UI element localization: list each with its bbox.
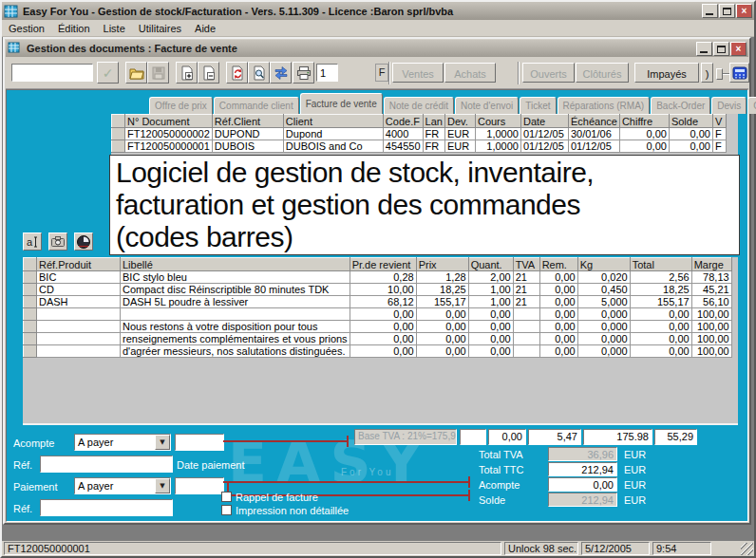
print-button[interactable]	[293, 62, 314, 84]
preview-document-button[interactable]	[248, 62, 270, 84]
chevron-down-icon[interactable]: ▼	[155, 435, 170, 450]
save-button[interactable]	[147, 62, 169, 84]
mdi-area: Gestion des documents : Facture de vente…	[2, 37, 754, 541]
filter-ouverts-button[interactable]: Ouverts	[522, 63, 575, 83]
product-row[interactable]: renseignements complémentaires et vous p…	[24, 333, 732, 345]
child-titlebar[interactable]: Gestion des documents : Facture de vente…	[6, 40, 748, 57]
column-header[interactable]: Prix	[416, 258, 468, 271]
document-row[interactable]: FT120050000002 DUPOND Dupond 4000 FR EUR…	[112, 128, 727, 140]
rappel-facture-checkbox[interactable]	[221, 492, 232, 502]
column-header[interactable]: Échéance	[568, 115, 619, 128]
calculator-button[interactable]	[729, 63, 749, 83]
tab-reparations-rma[interactable]: Réparations (RMA)	[558, 97, 651, 114]
tab-offre-de-prix[interactable]: Offre de prix	[149, 97, 213, 114]
column-header[interactable]: Marge	[691, 258, 731, 271]
tab-back-order[interactable]: Back-Order	[651, 97, 710, 114]
acompte-total-currency: EUR	[624, 479, 646, 491]
document-search-input[interactable]	[11, 64, 93, 82]
column-header[interactable]: Libellé	[121, 258, 350, 271]
column-header[interactable]: Pr.de revient	[350, 258, 416, 271]
product-row[interactable]: 0,00 0,00 0,00 0,00 0,000 0,00 100,00	[24, 308, 732, 321]
column-header[interactable]: Réf.Produit	[37, 258, 121, 271]
tab-note-denvoi[interactable]: Note d'envoi	[455, 97, 519, 114]
tva-kg-field[interactable]: 5,47	[528, 429, 581, 445]
slider-thumb[interactable]	[716, 68, 723, 80]
tab-facture-de-vente[interactable]: Facture de vente	[300, 93, 383, 114]
child-close-button[interactable]: ×	[730, 42, 747, 56]
column-header[interactable]: N° Document	[125, 115, 213, 128]
column-header[interactable]: Cours	[475, 115, 520, 128]
column-header[interactable]: Lan	[423, 115, 444, 128]
filter-impayes-button[interactable]: Impayés	[634, 63, 699, 83]
transfer-document-button[interactable]	[270, 62, 292, 84]
resize-grip[interactable]	[741, 543, 753, 555]
total-ttc-value[interactable]: 212,94	[548, 462, 617, 476]
filter-achats-button[interactable]: Achats	[444, 63, 496, 83]
tva-code-field[interactable]	[460, 429, 486, 445]
maximize-button[interactable]	[719, 4, 735, 18]
copies-input[interactable]	[316, 64, 338, 82]
column-header[interactable]: TVA	[513, 258, 539, 271]
tab-ticket[interactable]: Ticket	[520, 97, 556, 114]
text-tool-button[interactable]: a	[23, 232, 42, 251]
child-minimize-button[interactable]	[696, 42, 712, 56]
ref2-input[interactable]	[40, 499, 173, 516]
tab-commande-client[interactable]: Commande client	[214, 97, 299, 114]
column-header[interactable]: Client	[283, 115, 383, 128]
filter-clotures-button[interactable]: Clôturés	[576, 63, 629, 83]
remove-document-button[interactable]	[198, 62, 219, 84]
acompte-total-value[interactable]: 0,00	[548, 477, 617, 492]
acompte-mode-select[interactable]: A payer ▼	[74, 434, 171, 451]
impression-checkbox[interactable]	[221, 505, 232, 515]
menu-item-liste[interactable]: Liste	[97, 21, 132, 36]
tva-rem-field[interactable]: 0,00	[488, 429, 526, 445]
maximize-icon	[717, 46, 726, 53]
chevron-down-icon[interactable]: ▼	[155, 478, 170, 493]
menu-item-aide[interactable]: Aide	[188, 21, 222, 36]
table-cell	[121, 308, 350, 321]
paiement-amount-input[interactable]	[175, 477, 224, 494]
camera-button[interactable]	[48, 232, 67, 251]
filter-ventes-button[interactable]: Ventes	[392, 63, 444, 83]
paiement-mode-select[interactable]: A payer ▼	[74, 477, 171, 494]
column-header[interactable]: V	[712, 115, 726, 128]
column-header[interactable]: Dev.	[444, 115, 475, 128]
column-header[interactable]: Total	[630, 258, 691, 271]
acompte-amount-input[interactable]	[175, 434, 224, 451]
table-cell	[37, 333, 121, 345]
corner-button[interactable]: )	[701, 63, 713, 83]
column-header[interactable]: Solde	[669, 115, 712, 128]
tab-caisse[interactable]: Caisse	[747, 97, 756, 114]
column-header[interactable]: Code.F	[383, 115, 423, 128]
globe-button[interactable]	[74, 232, 93, 251]
column-header[interactable]: Rem.	[539, 258, 577, 271]
menu-item-edition[interactable]: Édition	[51, 21, 97, 36]
product-row[interactable]: d'agréer messieurs, nos salutations dist…	[24, 345, 732, 358]
open-button[interactable]	[125, 62, 147, 84]
open-folder-icon	[129, 65, 144, 81]
product-row[interactable]: CD Compact disc Réinscriptible 80 minute…	[24, 284, 732, 296]
column-header[interactable]: Quant.	[468, 258, 513, 271]
ref-input[interactable]	[40, 456, 173, 473]
main-titlebar[interactable]: Easy For You - Gestion de stock/Facturat…	[2, 2, 754, 20]
menu-item-utilitaires[interactable]: Utilitaires	[132, 21, 188, 36]
document-row[interactable]: FT120050000001 DUBOIS DUBOIS and Co 4545…	[112, 140, 727, 153]
column-header[interactable]: Réf.Client	[212, 115, 283, 128]
validate-button[interactable]: ✓	[97, 62, 119, 84]
minimize-button[interactable]	[702, 4, 718, 18]
product-row[interactable]: DASH DASH 5L poudre à lessiver 68,12 155…	[24, 296, 732, 308]
tab-note-de-credit[interactable]: Note de crédit	[384, 97, 454, 114]
menu-item-gestion[interactable]: Gestion	[2, 21, 51, 36]
product-row[interactable]: BIC BIC stylo bleu 0,28 1,28 2,00 21 0,0…	[24, 271, 732, 284]
marge-field[interactable]: 55,29	[654, 429, 697, 445]
close-button[interactable]: ×	[736, 4, 752, 18]
tab-devis[interactable]: Devis	[711, 97, 747, 114]
column-header[interactable]: Date	[520, 115, 568, 128]
child-maximize-button[interactable]	[713, 42, 729, 56]
column-header[interactable]: Chiffre	[619, 115, 669, 128]
refresh-document-button[interactable]	[226, 62, 248, 84]
product-row[interactable]: Nous restons à votre disposition pour to…	[24, 321, 732, 333]
add-document-button[interactable]	[176, 62, 198, 84]
column-header[interactable]: Kg	[577, 258, 630, 271]
base-ht-field[interactable]: 175.98	[583, 429, 652, 445]
